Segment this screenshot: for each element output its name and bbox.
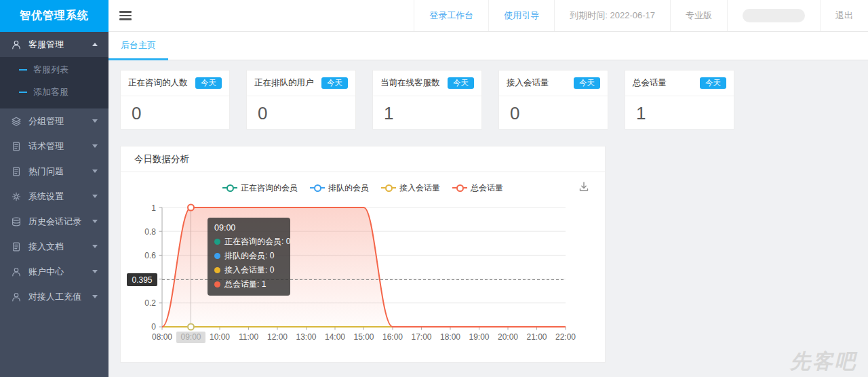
dash-icon bbox=[19, 69, 27, 71]
legend-label: 总会话量 bbox=[471, 182, 503, 194]
x-tick: 16:00 bbox=[382, 332, 403, 342]
stat-card-consulting: 正在咨询的人数 今天 0 bbox=[120, 70, 230, 130]
user-icon bbox=[11, 39, 22, 50]
stat-card-online-agents: 当前在线客服数 今天 1 bbox=[372, 70, 482, 130]
sidebar-item-account-center[interactable]: 账户中心 bbox=[0, 259, 108, 284]
sidebar-item-history-sessions[interactable]: 历史会话记录 bbox=[0, 209, 108, 234]
app-logo: 智优管理系统 bbox=[0, 0, 108, 32]
stat-card-value: 1 bbox=[373, 96, 481, 134]
line-marker-icon bbox=[310, 184, 325, 191]
sidebar-item-scripts-management[interactable]: 话术管理 bbox=[0, 134, 108, 159]
sidebar-item-manual-recharge[interactable]: 对接人工充值 bbox=[0, 284, 108, 309]
sidebar-item-label: 客服管理 bbox=[28, 39, 85, 51]
today-badge: 今天 bbox=[448, 77, 474, 89]
legend-item-accessed[interactable]: 接入会话量 bbox=[381, 182, 440, 194]
chevron-down-icon bbox=[92, 245, 98, 248]
topbar-right: 登录工作台 使用引导 到期时间: 2022-06-17 专业版 退出 bbox=[414, 0, 868, 31]
x-tick: 19:00 bbox=[469, 332, 489, 342]
chevron-down-icon bbox=[92, 270, 98, 273]
stat-card-title: 总会话量 bbox=[633, 77, 667, 89]
sidebar-item-hot-questions[interactable]: 热门问题 bbox=[0, 159, 108, 184]
chevron-up-icon bbox=[92, 43, 98, 46]
gear-icon bbox=[11, 191, 22, 202]
y-tick: 1 bbox=[151, 203, 156, 213]
sidebar: 智优管理系统 客服管理 客服列表 添加客服 分组管理 bbox=[0, 0, 108, 377]
stat-cards-row: 正在咨询的人数 今天 0 正在排队的用户 今天 0 当前在线客服数 今天 bbox=[120, 70, 868, 130]
sidebar-item-system-settings[interactable]: 系统设置 bbox=[0, 184, 108, 209]
stat-card-accessed-sessions: 接入会话量 今天 0 bbox=[498, 70, 608, 130]
sidebar-subitem-add-agent[interactable]: 添加客服 bbox=[0, 81, 108, 103]
logout-link[interactable]: 退出 bbox=[820, 0, 868, 31]
line-marker-icon bbox=[222, 184, 237, 191]
stat-card-queuing: 正在排队的用户 今天 0 bbox=[246, 70, 356, 130]
content: 正在咨询的人数 今天 0 正在排队的用户 今天 0 当前在线客服数 今天 bbox=[108, 60, 868, 377]
stat-card-title: 当前在线客服数 bbox=[380, 77, 440, 89]
username-redacted-wrap bbox=[727, 0, 820, 31]
sidebar-item-label: 历史会话记录 bbox=[28, 216, 85, 228]
legend-item-consulting[interactable]: 正在咨询的会员 bbox=[222, 182, 298, 194]
y-tick: 0.8 bbox=[144, 227, 156, 237]
legend-label: 正在咨询的会员 bbox=[241, 182, 298, 194]
chevron-down-icon bbox=[92, 295, 98, 298]
stat-card-title: 接入会话量 bbox=[507, 77, 549, 89]
y-tick: 0 bbox=[151, 322, 156, 332]
x-tick: 14:00 bbox=[325, 332, 345, 342]
sidebar-item-access-docs[interactable]: 接入文档 bbox=[0, 234, 108, 259]
line-marker-icon bbox=[452, 184, 467, 191]
stat-card-title: 正在咨询的人数 bbox=[128, 77, 188, 89]
sidebar-item-group-management[interactable]: 分组管理 bbox=[0, 108, 108, 134]
document-icon bbox=[11, 141, 22, 152]
stat-card-title: 正在排队的用户 bbox=[254, 77, 314, 89]
stat-card-value: 1 bbox=[625, 96, 734, 134]
line-marker-icon bbox=[381, 184, 396, 191]
sidebar-item-label: 分组管理 bbox=[28, 115, 85, 127]
legend-label: 排队的会员 bbox=[328, 182, 369, 194]
sidebar-subitem-label: 添加客服 bbox=[33, 86, 68, 98]
x-tick: 12:00 bbox=[267, 332, 288, 342]
sidebar-item-label: 系统设置 bbox=[28, 191, 85, 203]
hover-marker-accessed bbox=[188, 324, 194, 330]
analysis-title: 今日数据分析 bbox=[121, 146, 605, 172]
sidebar-item-label: 接入文档 bbox=[28, 241, 85, 253]
series-area-total bbox=[162, 207, 566, 327]
x-tick: 10:00 bbox=[210, 332, 230, 342]
chart-canvas[interactable]: 0.395 1 0.8 0.6 0.2 0 08:00 09:00 bbox=[125, 201, 599, 360]
tabbar: 后台主页 bbox=[108, 32, 868, 60]
tab-home[interactable]: 后台主页 bbox=[108, 32, 168, 60]
chevron-down-icon bbox=[92, 220, 98, 223]
chevron-down-icon bbox=[92, 119, 98, 123]
guide-link[interactable]: 使用引导 bbox=[488, 0, 554, 31]
sidebar-subitem-label: 客服列表 bbox=[33, 64, 68, 76]
sidebar-submenu: 客服列表 添加客服 bbox=[0, 57, 108, 108]
sidebar-item-label: 话术管理 bbox=[28, 140, 85, 153]
user-icon bbox=[11, 292, 22, 302]
legend-label: 接入会话量 bbox=[399, 182, 440, 194]
topbar: 登录工作台 使用引导 到期时间: 2022-06-17 专业版 退出 bbox=[108, 0, 868, 32]
menu-toggle-icon[interactable] bbox=[119, 9, 133, 22]
expiry-text: 到期时间: 2022-06-17 bbox=[554, 0, 670, 31]
x-tick: 20:00 bbox=[498, 332, 518, 342]
user-icon bbox=[11, 266, 22, 277]
sidebar-subitem-agent-list[interactable]: 客服列表 bbox=[0, 58, 108, 81]
today-badge: 今天 bbox=[574, 77, 600, 89]
y-tick: 0.6 bbox=[144, 251, 156, 260]
legend-item-queuing[interactable]: 排队的会员 bbox=[310, 182, 369, 194]
today-badge: 今天 bbox=[321, 77, 348, 89]
watermark: 先客吧 bbox=[790, 348, 857, 376]
sidebar-item-label: 对接人工充值 bbox=[28, 291, 85, 303]
chevron-down-icon bbox=[92, 144, 98, 148]
x-tick: 13:00 bbox=[296, 332, 316, 342]
x-tick-highlighted: 09:00 bbox=[180, 332, 201, 342]
sidebar-item-label: 热门问题 bbox=[28, 165, 85, 178]
dash-icon bbox=[19, 92, 27, 93]
layers-icon bbox=[11, 116, 22, 127]
username-redacted bbox=[743, 9, 805, 22]
stat-card-total-sessions: 总会话量 今天 1 bbox=[625, 70, 734, 130]
x-tick: 18:00 bbox=[440, 332, 460, 342]
download-icon[interactable] bbox=[578, 180, 590, 193]
hover-marker-total bbox=[188, 205, 194, 211]
sidebar-item-customer-service[interactable]: 客服管理 bbox=[0, 32, 108, 57]
workbench-link[interactable]: 登录工作台 bbox=[414, 0, 488, 31]
legend-item-total[interactable]: 总会话量 bbox=[452, 182, 503, 194]
today-badge: 今天 bbox=[195, 77, 222, 89]
